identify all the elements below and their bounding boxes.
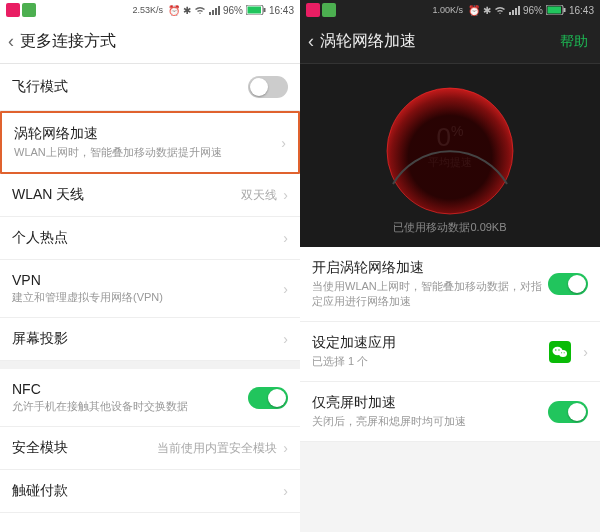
page-header: ‹ 涡轮网络加速 帮助 <box>300 20 600 64</box>
chevron-right-icon: › <box>283 187 288 203</box>
status-bar: 1.00K/s ⏰ ✱ 96% 16:43 <box>300 0 600 20</box>
svg-rect-2 <box>215 8 217 15</box>
airplane-toggle[interactable] <box>248 76 288 98</box>
row-subtitle: 允许手机在接触其他设备时交换数据 <box>12 399 248 414</box>
chevron-right-icon: › <box>283 281 288 297</box>
wifi-icon <box>494 5 506 15</box>
svg-point-21 <box>564 352 565 353</box>
chevron-right-icon: › <box>281 135 286 151</box>
wechat-icon <box>549 341 571 363</box>
row-title: 涡轮网络加速 <box>14 125 275 143</box>
data-usage-text: 已使用移动数据0.09KB <box>393 220 506 239</box>
status-battery-pct: 96% <box>523 5 543 16</box>
battery-icon <box>546 5 566 15</box>
row-bright-screen-only[interactable]: 仅亮屏时加速 关闭后，亮屏和熄屏时均可加速 <box>300 382 600 442</box>
chevron-right-icon: › <box>283 440 288 456</box>
phone-right: 1.00K/s ⏰ ✱ 96% 16:43 ‹ 涡轮网络加速 帮助 <box>300 0 600 532</box>
bright-only-toggle[interactable] <box>548 401 588 423</box>
svg-rect-8 <box>512 10 514 15</box>
chevron-right-icon: › <box>283 230 288 246</box>
page-header: ‹ 更多连接方式 <box>0 20 300 64</box>
row-title: 屏幕投影 <box>12 330 277 348</box>
svg-point-17 <box>559 350 567 357</box>
svg-rect-1 <box>212 10 214 15</box>
row-title: 飞行模式 <box>12 78 248 96</box>
alarm-icon: ⏰ <box>468 5 480 16</box>
row-wlan-antenna[interactable]: WLAN 天线 双天线 › <box>0 174 300 217</box>
row-subtitle: 关闭后，亮屏和熄屏时均可加速 <box>312 414 548 429</box>
svg-point-19 <box>559 349 560 350</box>
row-airplane-mode[interactable]: 飞行模式 <box>0 64 300 111</box>
svg-rect-0 <box>209 12 211 15</box>
row-value: 双天线 <box>241 187 277 204</box>
row-nfc[interactable]: NFC 允许手机在接触其他设备时交换数据 <box>0 369 300 427</box>
phone-left: 2.53K/s ⏰ ✱ 96% 16:43 ‹ 更多连接方式 飞行模式 涡轮网络… <box>0 0 300 532</box>
svg-rect-9 <box>515 8 517 15</box>
svg-rect-10 <box>518 6 520 15</box>
chevron-right-icon: › <box>583 344 588 360</box>
svg-rect-12 <box>547 7 561 14</box>
status-battery-pct: 96% <box>223 5 243 16</box>
speed-gauge: 0% 平均提速 <box>360 76 540 216</box>
chevron-right-icon: › <box>283 331 288 347</box>
back-icon[interactable]: ‹ <box>308 31 314 52</box>
svg-rect-7 <box>509 12 511 15</box>
speed-gauge-panel: 0% 平均提速 已使用移动数据0.09KB <box>300 64 600 247</box>
signal-icon <box>209 5 220 15</box>
app-badge-icon <box>6 3 20 17</box>
row-tap-pay[interactable]: 触碰付款 › <box>0 470 300 513</box>
bluetooth-icon: ✱ <box>183 5 191 16</box>
svg-point-18 <box>555 349 556 350</box>
app-badge-icon <box>22 3 36 17</box>
nfc-toggle[interactable] <box>248 387 288 409</box>
row-subtitle: WLAN上网时，智能叠加移动数据提升网速 <box>14 145 275 160</box>
section-gap <box>0 361 300 369</box>
row-value: 当前使用内置安全模块 <box>157 440 277 457</box>
status-time: 16:43 <box>269 5 294 16</box>
row-title: 触碰付款 <box>12 482 277 500</box>
app-badge-icon <box>306 3 320 17</box>
page-title: 更多连接方式 <box>20 31 116 52</box>
row-title: 设定加速应用 <box>312 334 549 352</box>
app-badge-icon <box>322 3 336 17</box>
row-title: 个人热点 <box>12 229 277 247</box>
row-vpn[interactable]: VPN 建立和管理虚拟专用网络(VPN) › <box>0 260 300 318</box>
row-title: VPN <box>12 272 277 288</box>
row-title: WLAN 天线 <box>12 186 241 204</box>
row-select-apps[interactable]: 设定加速应用 已选择 1 个 › <box>300 322 600 382</box>
status-bar: 2.53K/s ⏰ ✱ 96% 16:43 <box>0 0 300 20</box>
page-title: 涡轮网络加速 <box>320 31 416 52</box>
row-subtitle: 当使用WLAN上网时，智能叠加移动数据，对指定应用进行网络加速 <box>312 279 548 309</box>
svg-rect-5 <box>247 7 261 14</box>
row-enable-turbo[interactable]: 开启涡轮网络加速 当使用WLAN上网时，智能叠加移动数据，对指定应用进行网络加速 <box>300 247 600 322</box>
row-turbo-network[interactable]: 涡轮网络加速 WLAN上网时，智能叠加移动数据提升网速 › <box>0 111 300 174</box>
settings-list: 开启涡轮网络加速 当使用WLAN上网时，智能叠加移动数据，对指定应用进行网络加速… <box>300 247 600 532</box>
row-title: 仅亮屏时加速 <box>312 394 548 412</box>
svg-rect-3 <box>218 6 220 15</box>
wifi-icon <box>194 5 206 15</box>
row-security-module[interactable]: 安全模块 当前使用内置安全模块 › <box>0 427 300 470</box>
row-screen-cast[interactable]: 屏幕投影 › <box>0 318 300 361</box>
settings-list: 飞行模式 涡轮网络加速 WLAN上网时，智能叠加移动数据提升网速 › WLAN … <box>0 64 300 532</box>
row-hotspot[interactable]: 个人热点 › <box>0 217 300 260</box>
signal-icon <box>509 5 520 15</box>
enable-turbo-toggle[interactable] <box>548 273 588 295</box>
status-time: 16:43 <box>569 5 594 16</box>
svg-point-20 <box>561 352 562 353</box>
row-title: 安全模块 <box>12 439 157 457</box>
bluetooth-icon: ✱ <box>483 5 491 16</box>
chevron-right-icon: › <box>283 483 288 499</box>
row-title: NFC <box>12 381 248 397</box>
row-subtitle: 建立和管理虚拟专用网络(VPN) <box>12 290 277 305</box>
svg-rect-6 <box>263 8 265 12</box>
row-title: 开启涡轮网络加速 <box>312 259 548 277</box>
row-subtitle: 已选择 1 个 <box>312 354 549 369</box>
svg-rect-13 <box>563 8 565 12</box>
back-icon[interactable]: ‹ <box>8 31 14 52</box>
help-button[interactable]: 帮助 <box>556 33 592 51</box>
status-speed: 2.53K/s <box>132 5 163 15</box>
alarm-icon: ⏰ <box>168 5 180 16</box>
battery-icon <box>246 5 266 15</box>
status-speed: 1.00K/s <box>432 5 463 15</box>
